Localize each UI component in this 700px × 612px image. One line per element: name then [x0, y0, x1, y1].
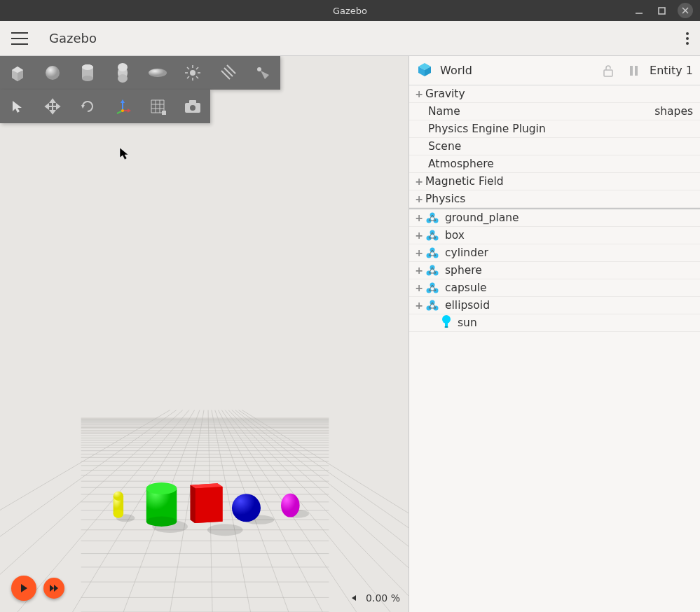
screenshot-button[interactable]: [175, 90, 210, 123]
play-button[interactable]: [11, 576, 36, 601]
svg-rect-180: [445, 323, 448, 326]
svg-marker-42: [128, 109, 131, 113]
svg-line-22: [187, 67, 189, 69]
svg-point-131: [232, 494, 261, 522]
svg-marker-38: [81, 105, 85, 109]
menu-button[interactable]: [11, 32, 28, 45]
entity-ellipsoid[interactable]: + ellipsoid: [409, 297, 700, 314]
svg-point-56: [190, 105, 195, 111]
insert-cylinder-button[interactable]: [70, 56, 105, 90]
pause-icon[interactable]: [624, 65, 643, 76]
svg-marker-133: [21, 584, 27, 592]
maximize-button[interactable]: [655, 4, 668, 17]
window-title: Gazebo: [333, 6, 367, 16]
translate-tool-button[interactable]: [35, 90, 70, 123]
svg-marker-57: [120, 148, 128, 160]
rotate-tool-button[interactable]: [70, 90, 105, 123]
tree-row-atmosphere[interactable]: Atmosphere: [409, 155, 700, 173]
insert-point-light-button[interactable]: [175, 56, 210, 90]
sphere-shape: [232, 494, 261, 522]
model-icon: [425, 300, 439, 311]
viewport-3d[interactable]: 0.00 %: [0, 56, 409, 612]
model-icon: [425, 265, 439, 276]
entity-sun[interactable]: sun: [409, 314, 700, 332]
app-title: Gazebo: [49, 31, 97, 46]
step-forward-button[interactable]: [43, 578, 64, 599]
svg-marker-129: [191, 485, 195, 523]
entity-panel: World Entity 1 +Gravity Nameshapes Physi…: [409, 56, 700, 612]
tree-row-physics-plugin[interactable]: Physics Engine Plugin: [409, 120, 700, 138]
svg-point-14: [118, 63, 128, 71]
manipulation-toolbar: [0, 90, 210, 123]
model-icon: [425, 230, 439, 241]
svg-point-179: [442, 315, 451, 324]
entity-list: + ground_plane + box + cylinder + sphere…: [409, 208, 700, 332]
ellipsoid-shape: [281, 494, 300, 517]
svg-line-113: [235, 410, 409, 612]
svg-line-115: [242, 410, 409, 612]
insert-directional-light-button[interactable]: [210, 56, 245, 90]
light-icon: [441, 314, 452, 331]
insert-sphere-button[interactable]: [35, 56, 70, 90]
svg-marker-135: [54, 585, 58, 592]
window-titlebar: Gazebo: [0, 0, 700, 21]
svg-marker-31: [13, 101, 22, 113]
entity-sphere[interactable]: + sphere: [409, 262, 700, 279]
svg-marker-130: [195, 487, 223, 523]
world-icon: [416, 61, 433, 81]
svg-marker-37: [57, 104, 60, 109]
minimize-button[interactable]: [633, 4, 645, 17]
tree-row-magnetic-field[interactable]: +Magnetic Field: [409, 173, 700, 190]
entity-capsule[interactable]: + capsule: [409, 279, 700, 297]
svg-point-11: [82, 76, 93, 81]
entity-cylinder[interactable]: + cylinder: [409, 244, 700, 262]
svg-point-132: [281, 494, 300, 517]
model-icon: [425, 212, 439, 223]
insert-box-button[interactable]: [0, 56, 35, 90]
insert-ellipsoid-button[interactable]: [140, 56, 175, 90]
entity-ground-plane[interactable]: + ground_plane: [409, 209, 700, 227]
cylinder-shape: [146, 482, 177, 527]
grid-snap-button[interactable]: [140, 90, 175, 123]
svg-point-17: [190, 70, 195, 76]
svg-rect-181: [445, 326, 448, 328]
entity-box[interactable]: + box: [409, 227, 700, 244]
entity-count: Entity 1: [650, 64, 693, 77]
collapse-left-icon[interactable]: [350, 594, 357, 601]
playback-controls: [11, 576, 64, 601]
tree-row-name[interactable]: Nameshapes: [409, 103, 700, 120]
tree-row-physics[interactable]: +Physics: [409, 190, 700, 208]
svg-marker-134: [50, 585, 54, 592]
insert-capsule-button[interactable]: [105, 56, 140, 90]
svg-rect-1: [659, 8, 665, 14]
svg-point-8: [46, 66, 60, 80]
model-icon: [425, 247, 439, 258]
tree-row-gravity[interactable]: +Gravity: [409, 85, 700, 103]
svg-marker-30: [261, 71, 269, 79]
svg-rect-140: [604, 70, 612, 76]
svg-line-23: [196, 76, 198, 78]
svg-line-25: [187, 76, 189, 78]
world-properties-tree: +Gravity Nameshapes Physics Engine Plugi…: [409, 85, 700, 208]
lock-icon[interactable]: [599, 64, 617, 77]
svg-point-123: [114, 510, 124, 518]
panel-header: World Entity 1: [409, 56, 700, 85]
svg-point-15: [118, 74, 128, 83]
insert-spot-light-button[interactable]: [245, 56, 280, 90]
app-header: Gazebo: [0, 21, 700, 56]
tree-row-scene[interactable]: Scene: [409, 138, 700, 155]
more-options-button[interactable]: [686, 32, 689, 45]
close-button[interactable]: [678, 3, 693, 18]
model-icon: [425, 282, 439, 293]
svg-point-12: [82, 64, 93, 70]
svg-line-114: [239, 410, 409, 612]
cursor-icon: [119, 147, 130, 164]
status-bar: 0.00 %: [350, 592, 400, 604]
svg-point-118: [207, 524, 243, 536]
svg-point-125: [146, 516, 177, 527]
svg-point-122: [114, 492, 124, 501]
svg-marker-53: [162, 111, 166, 115]
transform-tool-button[interactable]: [105, 90, 140, 123]
select-tool-button[interactable]: [0, 90, 35, 123]
svg-rect-142: [635, 66, 638, 76]
